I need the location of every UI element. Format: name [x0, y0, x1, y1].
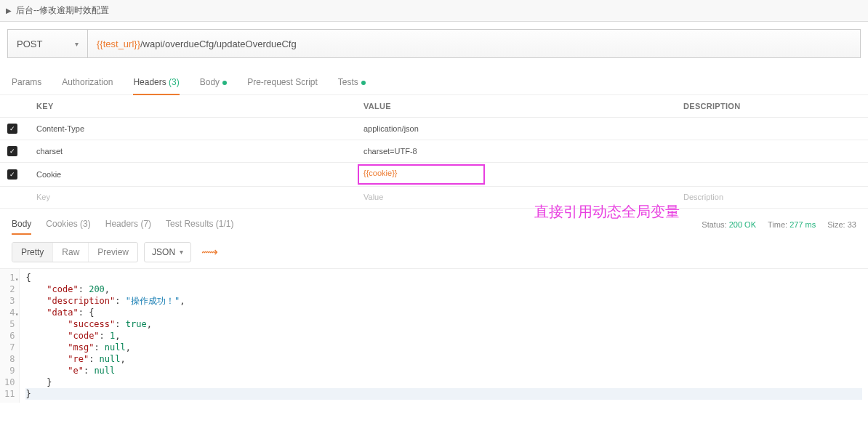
- tab-prerequest[interactable]: Pre-request Script: [247, 71, 318, 94]
- header-value-cell[interactable]: application/json: [356, 117, 676, 140]
- url-path: /wapi/overdueCfg/updateOverdueCfg: [140, 39, 297, 49]
- url-variable: {{test_url}}: [97, 39, 140, 49]
- response-code: 1▾234▾567891011 { "code": 200, "descript…: [0, 268, 868, 403]
- response-bar: Body Cookies (3) Headers (7) Test Result…: [0, 209, 868, 235]
- checkbox-icon[interactable]: ✓: [7, 124, 17, 134]
- header-desc-cell[interactable]: [676, 162, 868, 186]
- table-row[interactable]: ✓charsetcharset=UTF-8: [0, 140, 868, 162]
- pretty-button[interactable]: Pretty: [12, 243, 53, 262]
- raw-button[interactable]: Raw: [53, 243, 89, 262]
- caret-down-icon: ▾: [180, 248, 183, 256]
- dot-icon: [222, 81, 227, 85]
- tab-authorization[interactable]: Authorization: [62, 71, 113, 94]
- resp-tab-body[interactable]: Body: [12, 214, 31, 235]
- resp-tab-test-results[interactable]: Test Results (1/1): [166, 214, 233, 235]
- checkbox-icon[interactable]: ✓: [7, 146, 17, 156]
- chevron-right-icon: ▶: [6, 7, 12, 15]
- column-value: VALUE: [356, 95, 676, 117]
- request-name-header[interactable]: ▶ 后台--修改逾期时效配置: [0, 0, 868, 22]
- header-value-cell[interactable]: {{cookie}}: [356, 162, 676, 186]
- code-line: }: [25, 376, 862, 388]
- code-line: "e": null: [25, 365, 862, 376]
- view-mode-group: Pretty Raw Preview: [12, 242, 138, 262]
- column-description: DESCRIPTION: [676, 95, 868, 117]
- code-line: "re": null,: [25, 353, 862, 365]
- tab-tests[interactable]: Tests: [338, 71, 366, 94]
- http-method-select[interactable]: POST ▾: [8, 30, 88, 57]
- code-line: "msg": null,: [25, 342, 862, 353]
- method-label: POST: [17, 39, 42, 49]
- headers-table: KEY VALUE DESCRIPTION ✓Content-Typeappli…: [0, 95, 868, 209]
- checkbox-icon[interactable]: ✓: [7, 169, 17, 180]
- code-line: }: [25, 388, 862, 400]
- header-key-cell[interactable]: charset: [29, 140, 356, 162]
- response-toolbar: Pretty Raw Preview JSON ▾ ⟿: [0, 235, 868, 268]
- key-placeholder[interactable]: Key: [29, 186, 356, 208]
- header-key-cell[interactable]: Content-Type: [29, 117, 356, 140]
- header-desc-cell[interactable]: [676, 117, 868, 140]
- description-placeholder[interactable]: Description: [676, 186, 868, 208]
- resp-tab-headers[interactable]: Headers (7): [105, 214, 151, 235]
- table-row[interactable]: ✓Content-Typeapplication/json: [0, 117, 868, 140]
- code-line: "code": 200,: [25, 283, 862, 295]
- code-line: "data": {: [25, 307, 862, 318]
- resp-tab-cookies[interactable]: Cookies (3): [46, 214, 90, 235]
- format-select[interactable]: JSON ▾: [144, 242, 191, 262]
- dot-icon: [361, 81, 366, 85]
- tab-body[interactable]: Body: [200, 71, 227, 94]
- code-line: "description": "操作成功！",: [25, 295, 862, 307]
- url-input[interactable]: {{test_url}}/wapi/overdueCfg/updateOverd…: [88, 30, 860, 57]
- wrap-lines-icon[interactable]: ⟿: [197, 245, 222, 259]
- caret-down-icon: ▾: [75, 40, 79, 48]
- code-line: "code": 1,: [25, 330, 862, 342]
- response-meta: Status: 200 OK Time: 277 ms Size: 33: [702, 220, 856, 229]
- tab-headers[interactable]: Headers (3): [133, 71, 179, 94]
- request-title: 后台--修改逾期时效配置: [16, 4, 109, 17]
- preview-button[interactable]: Preview: [89, 243, 137, 262]
- header-value-cell[interactable]: charset=UTF-8: [356, 140, 676, 162]
- table-row[interactable]: ✓Cookie{{cookie}}: [0, 162, 868, 186]
- table-row-placeholder[interactable]: KeyValueDescription: [0, 186, 868, 208]
- header-key-cell[interactable]: Cookie: [29, 162, 356, 186]
- header-desc-cell[interactable]: [676, 140, 868, 162]
- tab-params[interactable]: Params: [12, 71, 41, 94]
- request-url-bar: POST ▾ {{test_url}}/wapi/overdueCfg/upda…: [7, 29, 861, 58]
- code-line: {: [25, 272, 862, 283]
- request-tabs: Params Authorization Headers (3) Body Pr…: [0, 71, 868, 95]
- column-key: KEY: [29, 95, 356, 117]
- code-line: "success": true,: [25, 318, 862, 330]
